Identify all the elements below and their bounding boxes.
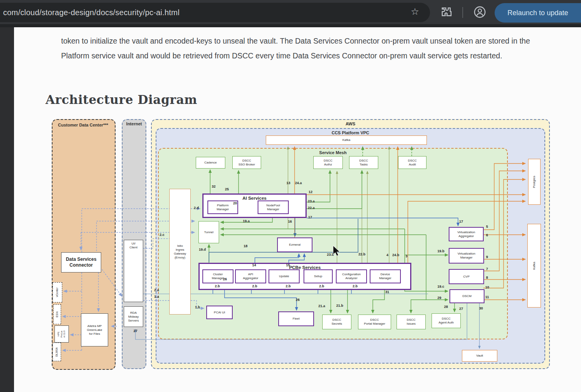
edge-label-1.b: 1.b <box>195 305 200 309</box>
edge-label-7: 7 <box>486 267 488 271</box>
edge <box>483 163 525 230</box>
edge-label-19.c: 19.c <box>437 285 444 288</box>
tunnel: Tunnel <box>198 221 219 243</box>
browser-toolbar: com/cloud/storage-design/docs/security/p… <box>0 0 581 24</box>
edge-label-32: 32 <box>212 185 216 188</box>
dscc-audit: DSCC Audit <box>398 156 427 169</box>
update: Update <box>269 269 300 283</box>
edge <box>373 290 384 313</box>
toolbar-shadow <box>0 24 581 27</box>
edge-label-23.a: 23.a <box>308 199 315 203</box>
edge-label-18: 18 <box>244 244 247 248</box>
api-aggregator: API Aggregator <box>235 269 266 283</box>
edge-label-6: 6 <box>486 233 488 237</box>
fleet: Fleet <box>278 311 314 326</box>
edge-label-19.b: 19.b <box>437 249 444 253</box>
edge <box>483 179 525 288</box>
setup: Setup <box>304 269 333 283</box>
edge-label-22.a: 22.a <box>308 206 315 210</box>
postgres: Postgres <box>528 159 541 205</box>
extensions-puzzle-icon[interactable] <box>440 5 453 19</box>
edge <box>102 269 122 296</box>
edge-label-22.b: 22.b <box>358 252 365 256</box>
edge-label-21.b: 21.b <box>336 304 343 308</box>
edge-label-24.a: 24.a <box>295 181 302 185</box>
edge-label-26: 26 <box>296 298 300 302</box>
edge-label-29: 29 <box>437 296 441 300</box>
edge-label-19.a: 19.a <box>243 219 250 223</box>
virtualization-manager: Virtualization Manager <box>449 248 484 264</box>
edge-label-2.c: 2.c <box>160 233 165 237</box>
edge <box>411 300 426 313</box>
edge-label-14: 14 <box>252 263 256 267</box>
configuration-analyzer: Configuration Analyzer <box>336 269 367 283</box>
cluster-manager: Cluster Manager <box>202 269 233 283</box>
device-manager: Device Manager <box>370 269 401 283</box>
vault: Vault <box>462 350 497 362</box>
edge <box>307 171 362 209</box>
edge-label-15: 15 <box>286 263 290 267</box>
edge-label-12: 12 <box>309 190 312 194</box>
istio-ingress-gateway: Istio Ingres Gateway (Envoy) <box>169 189 191 315</box>
edge-label-2.b: 2.b <box>353 284 358 288</box>
edge <box>307 218 458 226</box>
edge-label-2.d: 2.d <box>194 206 199 210</box>
edge-label-25: 25 <box>225 187 229 191</box>
edge-label-3: 3 <box>405 254 407 258</box>
virtualization-aggregator: Virtualization Aggregator <box>449 227 484 241</box>
dscc-secrets: DSCC Secrets <box>322 315 351 329</box>
edge-label-30: 30 <box>479 306 483 310</box>
profile-icon[interactable] <box>473 5 486 19</box>
rda-midway-servers: RDA Midway Servers <box>124 306 143 327</box>
alletra-mp-greenlake: Alletra MP GreenLake for Files <box>81 313 108 346</box>
data-services-connector: Data Services Connector <box>61 252 101 272</box>
bookmark-star-icon[interactable]: ☆ <box>411 6 419 17</box>
pcai-ui: PCAI UI <box>206 306 233 319</box>
architecture-diagram: Customer Data Center***InternetAWSCCS Pl… <box>0 0 581 392</box>
edge-label-17: 17 <box>459 220 463 223</box>
dscc-sso-broker: DSCC SSO Broker <box>232 156 261 169</box>
edge-label-1.a: 1.a <box>154 295 159 299</box>
edge-label-2.a: 2.a <box>154 288 159 292</box>
dl380a: DL380A <box>53 343 61 361</box>
edge-label-28: 28 <box>444 305 448 309</box>
dscc-tasks: DSCC Tasks <box>349 156 378 169</box>
ezmeral: Ezmeral <box>277 237 312 252</box>
edge-label-13: 13 <box>286 181 290 185</box>
edge-label-26: 26 <box>223 277 227 281</box>
dscc-agent-auth: DSCC Agent Auth <box>432 313 461 328</box>
dscm: DSCM <box>449 289 484 303</box>
edge-label-5: 5 <box>486 225 488 229</box>
cvp: CVP <box>449 269 484 284</box>
relaunch-to-update-button[interactable]: Relaunch to update <box>495 3 581 23</box>
cadence: Cadence <box>196 157 225 169</box>
edge-label-31: 31 <box>385 290 389 294</box>
ui-client: UI/ Client <box>124 240 143 302</box>
edge-label-17: 17 <box>308 215 312 219</box>
edge <box>426 235 448 300</box>
edge-label-24.b: 24.b <box>392 253 399 257</box>
vcenter: vCenter <box>53 282 62 302</box>
url-bar[interactable]: com/cloud/storage-design/docs/security/p… <box>0 3 430 22</box>
edge-label-19.d: 19.d <box>199 248 206 251</box>
kafka-right: Kafka <box>527 224 541 308</box>
edge-label-2.b: 2.b <box>286 284 291 288</box>
dscc-portal-manager: DSCC Portal Manager <box>358 315 391 329</box>
mouse-cursor <box>332 245 342 257</box>
esxi: ESXi <box>53 304 61 324</box>
edge-label-4: 4 <box>386 253 388 257</box>
edge <box>307 171 330 202</box>
edge-label-2.b: 2.b <box>319 284 324 288</box>
edge-label-16: 16 <box>288 220 292 223</box>
dscc-issues: DSCC Issues <box>397 315 426 329</box>
nodepool-manager: NodePool Manager <box>258 200 289 214</box>
dscc-authz: DSCC Authz <box>313 156 343 169</box>
edge-label-8: 8 <box>486 276 488 279</box>
edge-label-9: 9 <box>486 255 488 259</box>
edge-label-27: 27 <box>459 307 463 311</box>
edge-label-20: 20 <box>233 201 237 205</box>
edge-label-21.a: 21.a <box>318 304 325 308</box>
edge-label-2.b: 2.b <box>215 284 220 288</box>
edge-label-2.b: 2.b <box>252 284 257 288</box>
edge-label-10: 10 <box>485 285 489 289</box>
